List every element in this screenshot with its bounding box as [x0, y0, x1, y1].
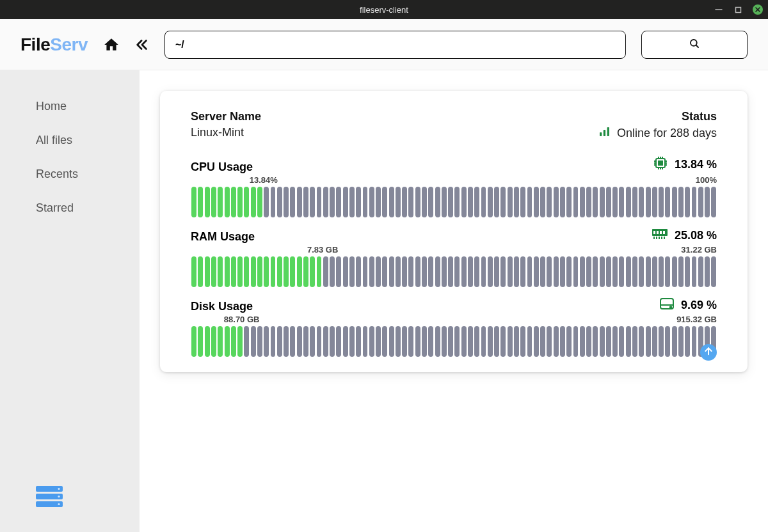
- svg-rect-33: [663, 231, 665, 234]
- search-button[interactable]: [641, 31, 748, 59]
- sidebar: Home All files Recents Starred: [0, 70, 140, 532]
- disk-bar-chart: [191, 326, 717, 357]
- svg-rect-34: [653, 237, 655, 239]
- ram-percent: 25.08 %: [675, 229, 717, 242]
- disk-percent: 9.69 %: [681, 299, 717, 312]
- sidebar-item-home[interactable]: Home: [0, 90, 140, 123]
- svg-rect-1: [735, 7, 740, 12]
- app-logo: FileServ: [20, 35, 88, 55]
- window-titlebar: fileserv-client: [0, 0, 768, 19]
- server-dashboard-card: Server Name Linux-Mint Status: [160, 91, 748, 372]
- svg-rect-16: [659, 161, 662, 165]
- svg-point-10: [58, 496, 60, 497]
- svg-point-9: [58, 488, 60, 490]
- path-input[interactable]: [164, 31, 626, 59]
- server-status-label: Status: [599, 110, 717, 123]
- window-title: fileserv-client: [360, 5, 408, 15]
- server-name-label: Server Name: [191, 110, 261, 123]
- cpu-meter: CPU Usage 13.8: [191, 155, 717, 217]
- main-content: Server Name Linux-Mint Status: [140, 70, 768, 532]
- signal-icon: [599, 126, 611, 140]
- svg-rect-35: [656, 237, 657, 239]
- ram-bar-chart: [191, 256, 717, 287]
- cpu-title: CPU Usage: [191, 160, 253, 174]
- cpu-icon: [653, 155, 668, 174]
- ram-meter: RAM Usage 25.08 %: [191, 228, 717, 287]
- logo-part-1: File: [20, 35, 50, 54]
- logo-part-2: Serv: [50, 35, 88, 54]
- svg-rect-37: [661, 237, 662, 239]
- sidebar-item-recents[interactable]: Recents: [0, 157, 140, 191]
- back-button[interactable]: [135, 38, 149, 52]
- arrow-up-icon: [703, 346, 714, 359]
- svg-rect-38: [664, 237, 665, 239]
- disk-title: Disk Usage: [191, 300, 253, 313]
- ram-title: RAM Usage: [191, 230, 255, 244]
- ram-used-label: 7.83 GB: [307, 245, 338, 254]
- cpu-total-label: 100%: [696, 175, 717, 185]
- cpu-used-label: 13.84%: [250, 175, 278, 185]
- svg-point-41: [670, 306, 672, 308]
- svg-rect-36: [659, 237, 660, 239]
- sidebar-item-starred[interactable]: Starred: [0, 191, 140, 225]
- disk-icon: [659, 297, 675, 313]
- cpu-bar-chart: [191, 187, 717, 217]
- upload-button[interactable]: [700, 344, 717, 361]
- svg-rect-31: [657, 231, 659, 234]
- svg-rect-30: [653, 231, 655, 234]
- window-maximize-button[interactable]: [733, 5, 742, 14]
- svg-rect-32: [660, 231, 662, 234]
- server-status-icon[interactable]: [36, 486, 63, 510]
- svg-point-11: [58, 503, 60, 505]
- ram-icon: [652, 228, 668, 244]
- window-close-button[interactable]: [753, 4, 763, 15]
- svg-rect-14: [607, 127, 609, 136]
- sidebar-item-allfiles[interactable]: All files: [0, 123, 140, 157]
- app-header: FileServ: [0, 19, 768, 70]
- svg-rect-12: [600, 132, 602, 136]
- disk-total-label: 915.32 GB: [676, 315, 717, 325]
- svg-line-5: [696, 45, 698, 47]
- disk-meter: Disk Usage 9.69 %: [191, 297, 717, 357]
- home-button[interactable]: [103, 36, 120, 53]
- server-status-value: Online for 288 days: [617, 127, 717, 140]
- ram-total-label: 31.22 GB: [681, 245, 717, 255]
- search-icon: [689, 38, 700, 52]
- svg-rect-13: [604, 130, 605, 136]
- window-minimize-button[interactable]: [714, 5, 723, 14]
- cpu-percent: 13.84 %: [675, 158, 717, 171]
- server-name-value: Linux-Mint: [191, 126, 261, 139]
- disk-used-label: 88.70 GB: [224, 315, 260, 324]
